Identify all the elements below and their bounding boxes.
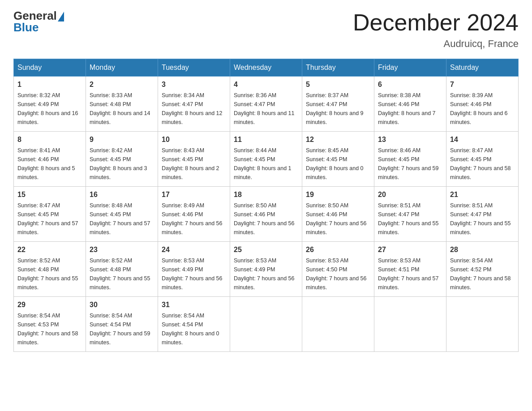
sunset-label: Sunset: 4:48 PM xyxy=(90,266,131,273)
day-number: 4 xyxy=(234,79,298,90)
table-row: 17 Sunrise: 8:49 AM Sunset: 4:46 PM Dayl… xyxy=(158,187,230,242)
table-row xyxy=(374,297,446,352)
sunset-label: Sunset: 4:54 PM xyxy=(90,321,131,328)
sunset-label: Sunset: 4:47 PM xyxy=(378,211,419,218)
day-info: Sunrise: 8:54 AM Sunset: 4:54 PM Dayligh… xyxy=(162,311,226,347)
daylight-label: Daylight: 8 hours and 12 minutes. xyxy=(162,110,223,125)
sunset-label: Sunset: 4:53 PM xyxy=(17,321,59,328)
sunrise-label: Sunrise: 8:33 AM xyxy=(90,92,132,98)
day-info: Sunrise: 8:38 AM Sunset: 4:46 PM Dayligh… xyxy=(378,91,442,127)
sunrise-label: Sunrise: 8:37 AM xyxy=(306,92,348,98)
daylight-label: Daylight: 7 hours and 56 minutes. xyxy=(162,275,223,291)
day-number: 27 xyxy=(378,244,442,255)
day-number: 10 xyxy=(162,134,226,145)
day-number: 18 xyxy=(234,189,298,200)
day-info: Sunrise: 8:54 AM Sunset: 4:52 PM Dayligh… xyxy=(450,256,515,292)
sunset-label: Sunset: 4:49 PM xyxy=(234,266,275,273)
sunrise-label: Sunrise: 8:42 AM xyxy=(90,147,132,154)
table-row: 9 Sunrise: 8:42 AM Sunset: 4:45 PM Dayli… xyxy=(86,132,158,187)
day-number: 25 xyxy=(234,244,298,255)
sunrise-label: Sunrise: 8:52 AM xyxy=(17,257,60,264)
day-info: Sunrise: 8:44 AM Sunset: 4:45 PM Dayligh… xyxy=(234,146,298,182)
sunset-label: Sunset: 4:46 PM xyxy=(306,211,347,218)
table-row: 4 Sunrise: 8:36 AM Sunset: 4:47 PM Dayli… xyxy=(230,77,302,132)
day-info: Sunrise: 8:49 AM Sunset: 4:46 PM Dayligh… xyxy=(162,201,226,237)
daylight-label: Daylight: 7 hours and 55 minutes. xyxy=(450,220,511,235)
col-monday: Monday xyxy=(86,59,158,77)
table-row: 1 Sunrise: 8:32 AM Sunset: 4:49 PM Dayli… xyxy=(14,77,86,132)
day-number: 5 xyxy=(306,79,370,90)
day-number: 7 xyxy=(450,79,515,90)
table-row xyxy=(302,297,374,352)
day-number: 6 xyxy=(378,79,442,90)
day-info: Sunrise: 8:48 AM Sunset: 4:45 PM Dayligh… xyxy=(90,201,154,237)
daylight-label: Daylight: 7 hours and 55 minutes. xyxy=(17,275,78,291)
daylight-label: Daylight: 8 hours and 16 minutes. xyxy=(17,110,78,125)
daylight-label: Daylight: 7 hours and 57 minutes. xyxy=(378,275,439,291)
table-row: 2 Sunrise: 8:33 AM Sunset: 4:48 PM Dayli… xyxy=(86,77,158,132)
day-number: 26 xyxy=(306,244,370,255)
sunrise-label: Sunrise: 8:36 AM xyxy=(234,92,276,98)
calendar-week-row: 29 Sunrise: 8:54 AM Sunset: 4:53 PM Dayl… xyxy=(14,297,519,352)
daylight-label: Daylight: 8 hours and 11 minutes. xyxy=(234,110,295,125)
daylight-label: Daylight: 7 hours and 56 minutes. xyxy=(306,275,367,291)
sunrise-label: Sunrise: 8:53 AM xyxy=(306,257,348,264)
day-number: 3 xyxy=(162,79,226,90)
daylight-label: Daylight: 8 hours and 6 minutes. xyxy=(450,110,508,125)
table-row: 26 Sunrise: 8:53 AM Sunset: 4:50 PM Dayl… xyxy=(302,242,374,297)
sunset-label: Sunset: 4:45 PM xyxy=(90,156,131,163)
sunrise-label: Sunrise: 8:48 AM xyxy=(90,202,132,209)
sunset-label: Sunset: 4:48 PM xyxy=(17,266,59,273)
table-row: 7 Sunrise: 8:39 AM Sunset: 4:46 PM Dayli… xyxy=(446,77,519,132)
col-wednesday: Wednesday xyxy=(230,59,302,77)
sunset-label: Sunset: 4:47 PM xyxy=(450,211,491,218)
table-row: 22 Sunrise: 8:52 AM Sunset: 4:48 PM Dayl… xyxy=(14,242,86,297)
day-info: Sunrise: 8:45 AM Sunset: 4:45 PM Dayligh… xyxy=(306,146,370,182)
day-info: Sunrise: 8:39 AM Sunset: 4:46 PM Dayligh… xyxy=(450,91,515,127)
daylight-label: Daylight: 7 hours and 56 minutes. xyxy=(234,275,295,291)
day-info: Sunrise: 8:43 AM Sunset: 4:45 PM Dayligh… xyxy=(162,146,226,182)
sunset-label: Sunset: 4:51 PM xyxy=(378,266,419,273)
sunset-label: Sunset: 4:45 PM xyxy=(306,156,347,163)
day-info: Sunrise: 8:50 AM Sunset: 4:46 PM Dayligh… xyxy=(306,201,370,237)
col-sunday: Sunday xyxy=(14,59,86,77)
calendar-table: Sunday Monday Tuesday Wednesday Thursday… xyxy=(13,59,519,352)
sunset-label: Sunset: 4:49 PM xyxy=(162,266,203,273)
sunset-label: Sunset: 4:47 PM xyxy=(162,101,203,107)
sunset-label: Sunset: 4:46 PM xyxy=(162,211,203,218)
day-info: Sunrise: 8:42 AM Sunset: 4:45 PM Dayligh… xyxy=(90,146,154,182)
table-row: 13 Sunrise: 8:46 AM Sunset: 4:45 PM Dayl… xyxy=(374,132,446,187)
day-number: 15 xyxy=(17,189,82,200)
sunset-label: Sunset: 4:46 PM xyxy=(234,211,275,218)
day-info: Sunrise: 8:51 AM Sunset: 4:47 PM Dayligh… xyxy=(450,201,515,237)
sunset-label: Sunset: 4:45 PM xyxy=(450,156,491,163)
day-number: 16 xyxy=(90,189,154,200)
day-info: Sunrise: 8:51 AM Sunset: 4:47 PM Dayligh… xyxy=(378,201,442,237)
col-tuesday: Tuesday xyxy=(158,59,230,77)
daylight-label: Daylight: 8 hours and 7 minutes. xyxy=(378,110,436,125)
sunrise-label: Sunrise: 8:38 AM xyxy=(378,92,420,98)
day-info: Sunrise: 8:36 AM Sunset: 4:47 PM Dayligh… xyxy=(234,91,298,127)
table-row: 25 Sunrise: 8:53 AM Sunset: 4:49 PM Dayl… xyxy=(230,242,302,297)
sunrise-label: Sunrise: 8:53 AM xyxy=(378,257,420,264)
day-number: 1 xyxy=(17,79,82,90)
sunset-label: Sunset: 4:45 PM xyxy=(90,211,131,218)
sunrise-label: Sunrise: 8:47 AM xyxy=(17,202,60,209)
table-row: 31 Sunrise: 8:54 AM Sunset: 4:54 PM Dayl… xyxy=(158,297,230,352)
sunrise-label: Sunrise: 8:54 AM xyxy=(90,313,132,319)
sunset-label: Sunset: 4:45 PM xyxy=(17,211,59,218)
daylight-label: Daylight: 8 hours and 1 minute. xyxy=(234,165,292,180)
sunrise-label: Sunrise: 8:32 AM xyxy=(17,92,60,98)
day-number: 31 xyxy=(162,300,226,310)
day-number: 20 xyxy=(378,189,442,200)
day-info: Sunrise: 8:34 AM Sunset: 4:47 PM Dayligh… xyxy=(162,91,226,127)
col-thursday: Thursday xyxy=(302,59,374,77)
day-info: Sunrise: 8:37 AM Sunset: 4:47 PM Dayligh… xyxy=(306,91,370,127)
day-info: Sunrise: 8:50 AM Sunset: 4:46 PM Dayligh… xyxy=(234,201,298,237)
page-header: General Blue December 2024 Audruicq, Fra… xyxy=(13,9,519,50)
sunrise-label: Sunrise: 8:44 AM xyxy=(234,147,276,154)
daylight-label: Daylight: 8 hours and 0 minutes. xyxy=(162,330,219,346)
table-row: 23 Sunrise: 8:52 AM Sunset: 4:48 PM Dayl… xyxy=(86,242,158,297)
table-row: 30 Sunrise: 8:54 AM Sunset: 4:54 PM Dayl… xyxy=(86,297,158,352)
sunrise-label: Sunrise: 8:53 AM xyxy=(162,257,204,264)
